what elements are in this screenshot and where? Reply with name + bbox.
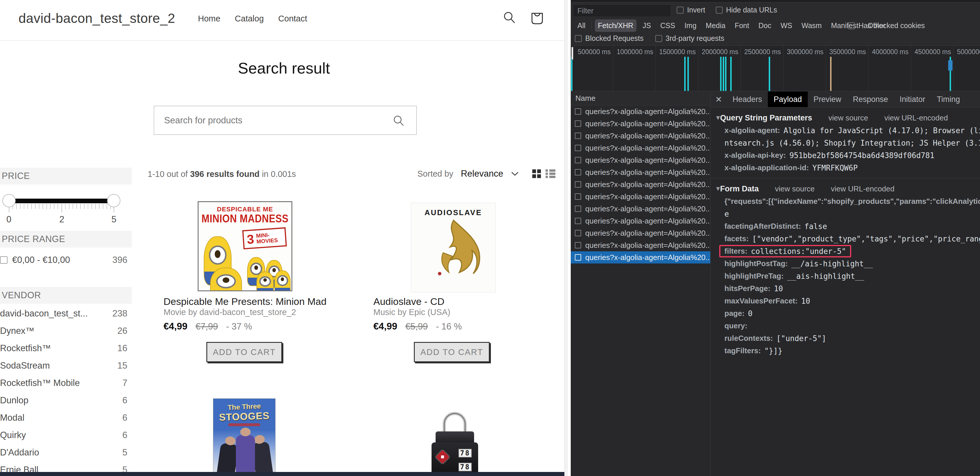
vendor-option[interactable]: SodaStream15: [0, 361, 127, 371]
section-title[interactable]: Query String Parameters: [720, 113, 812, 123]
request-checkbox[interactable]: [575, 218, 581, 224]
vendor-option[interactable]: david-bacon_test_st...238: [0, 309, 127, 318]
devtools-network-panel: Invert Hide data URLs AllFetch/XHRJSCSSI…: [571, 0, 980, 476]
request-checkbox[interactable]: [575, 108, 581, 115]
request-checkbox[interactable]: [575, 121, 581, 127]
network-request-row[interactable]: queries?x-algolia-agent=Algolia%20...: [571, 118, 710, 130]
view-source-link[interactable]: view source: [828, 113, 868, 123]
tab-headers[interactable]: Headers: [727, 91, 768, 107]
network-request-row[interactable]: queries?x-algolia-agent=Algolia%20...: [571, 203, 710, 215]
has-blocked-cookies-checkbox[interactable]: Has blocked cookies: [848, 21, 925, 30]
filter-chip-img[interactable]: Img: [681, 19, 700, 32]
product-image-audioslave-cd[interactable]: AUDIOSLAVE: [411, 203, 495, 293]
request-checkbox[interactable]: [575, 254, 581, 261]
cart-bag-icon[interactable]: [531, 11, 544, 26]
filter-chip-wasm[interactable]: Wasm: [798, 19, 825, 32]
section-divider: [711, 178, 980, 178]
add-to-cart-button[interactable]: ADD TO CART: [206, 342, 282, 362]
grid-view-icon[interactable]: [532, 169, 541, 178]
network-request-row[interactable]: queries?x-algolia-agent=Algolia%20...: [571, 227, 710, 239]
store-title[interactable]: david-bacon_test_store_2: [19, 10, 175, 26]
hide-data-urls-checkbox[interactable]: Hide data URLs: [716, 6, 777, 14]
padlock-dial[interactable]: 78: [458, 449, 472, 457]
filter-chip-css[interactable]: CSS: [657, 19, 678, 32]
request-checkbox[interactable]: [575, 181, 581, 188]
filter-chip-fetchxhr[interactable]: Fetch/XHR: [595, 19, 636, 32]
request-checkbox[interactable]: [575, 205, 581, 212]
network-request-row[interactable]: queries?x-algolia-agent=Algolia%20...: [571, 154, 710, 166]
network-request-row[interactable]: queries?x-algolia-agent=Algolia%20...: [571, 178, 710, 191]
tab-timing[interactable]: Timing: [931, 91, 966, 107]
vendor-label: Rocketfish™ Mobile: [0, 378, 123, 388]
vendor-option[interactable]: Rocketfish™16: [0, 343, 127, 353]
filter-chip-font[interactable]: Font: [731, 19, 752, 32]
price-range-option[interactable]: €0,00 - €10,00 396: [0, 255, 127, 265]
product-title[interactable]: Despicable Me Presents: Minion Mad...: [164, 296, 327, 307]
request-list-header[interactable]: Name: [571, 91, 710, 105]
product-image-padlock[interactable]: 787834: [431, 405, 478, 476]
view-source-link[interactable]: view source: [775, 185, 815, 193]
search-input[interactable]: [164, 106, 387, 134]
vendor-option[interactable]: Modal6: [0, 413, 127, 423]
page-scrollbar[interactable]: [565, 0, 568, 476]
tab-response[interactable]: Response: [847, 91, 894, 107]
disclosure-triangle-icon[interactable]: ▼: [715, 114, 720, 122]
request-checkbox[interactable]: [575, 145, 581, 151]
request-checkbox[interactable]: [575, 169, 581, 175]
section-title[interactable]: Form Data: [720, 185, 759, 193]
request-checkbox[interactable]: [575, 193, 581, 200]
blocked-requests-checkbox[interactable]: Blocked Requests: [575, 34, 644, 43]
network-request-row[interactable]: queries?x-algolia-agent=Algolia%20...: [571, 130, 710, 142]
nav-link-catalog[interactable]: Catalog: [235, 14, 264, 24]
search-icon[interactable]: [503, 11, 516, 26]
network-request-row[interactable]: queries?x-algolia-agent=Algolia%20...: [571, 252, 710, 263]
filter-chip-doc[interactable]: Doc: [755, 19, 774, 32]
tab-initiator[interactable]: Initiator: [894, 91, 931, 107]
product-title[interactable]: Audioslave - CD: [373, 296, 537, 307]
price-range-checkbox[interactable]: [0, 256, 8, 264]
search-submit-icon[interactable]: [393, 115, 405, 127]
filter-chip-media[interactable]: Media: [702, 19, 729, 32]
vendor-option[interactable]: Dynex™26: [0, 326, 127, 336]
filter-chip-ws[interactable]: WS: [777, 19, 795, 32]
list-view-icon[interactable]: [546, 169, 555, 178]
vendor-option[interactable]: Dunlop6: [0, 395, 127, 405]
tab-preview[interactable]: Preview: [808, 91, 847, 107]
price-slider-handle-max[interactable]: [107, 194, 120, 207]
product-image-three-stooges[interactable]: The Three STOOGES: [213, 398, 275, 476]
vendor-option[interactable]: Quirky6: [0, 430, 127, 440]
network-request-row[interactable]: queries?x-algolia-agent=Algolia%20...: [571, 105, 710, 118]
request-checkbox[interactable]: [575, 242, 581, 248]
network-request-row[interactable]: queries?x-algolia-agent=Algolia%20...: [571, 215, 710, 227]
tab-payload[interactable]: Payload: [768, 91, 808, 107]
disclosure-triangle-icon[interactable]: ▼: [715, 185, 720, 193]
filter-chip-js[interactable]: JS: [640, 19, 654, 32]
sort-select[interactable]: Relevance: [461, 169, 503, 179]
padlock-dial[interactable]: 78: [458, 463, 472, 471]
price-slider-handle-min[interactable]: [2, 194, 16, 207]
chevron-down-icon[interactable]: [511, 171, 519, 176]
request-checkbox[interactable]: [575, 157, 581, 163]
network-request-row[interactable]: queries?x-algolia-agent=Algolia%20...: [571, 166, 710, 178]
network-request-row[interactable]: queries?x-algolia-agent=Algolia%20...: [571, 142, 710, 154]
view-url-encoded-link[interactable]: view URL-encoded: [831, 185, 895, 193]
vendor-option[interactable]: D'Addario5: [0, 447, 127, 457]
network-filter-input[interactable]: [574, 5, 670, 16]
close-icon[interactable]: ✕: [711, 91, 727, 107]
network-overview-timeline[interactable]: 500000 ms1000000 ms1500000 ms2000000 ms2…: [571, 46, 980, 91]
request-checkbox[interactable]: [575, 230, 581, 236]
stooges-cover-line2: STOOGES: [213, 410, 275, 423]
add-to-cart-button[interactable]: ADD TO CART: [414, 342, 490, 362]
nav-link-home[interactable]: Home: [198, 14, 220, 24]
network-request-row[interactable]: queries?x-algolia-agent=Algolia%20...: [571, 191, 710, 203]
view-url-encoded-link[interactable]: view URL-encoded: [884, 113, 948, 123]
request-checkbox[interactable]: [575, 133, 581, 139]
invert-checkbox[interactable]: Invert: [677, 6, 705, 14]
timeline-scrubber[interactable]: [571, 47, 573, 60]
vendor-option[interactable]: Rocketfish™ Mobile7: [0, 378, 127, 388]
nav-link-contact[interactable]: Contact: [278, 14, 307, 24]
product-image-minion-dvd[interactable]: DESPICABLE ME MINION MADNESS 3 MINI-MOVI…: [198, 201, 292, 291]
filter-chip-all[interactable]: All: [574, 19, 589, 32]
network-request-row[interactable]: queries?x-algolia-agent=Algolia%20...: [571, 239, 710, 252]
third-party-requests-checkbox[interactable]: 3rd-party requests: [655, 34, 724, 43]
